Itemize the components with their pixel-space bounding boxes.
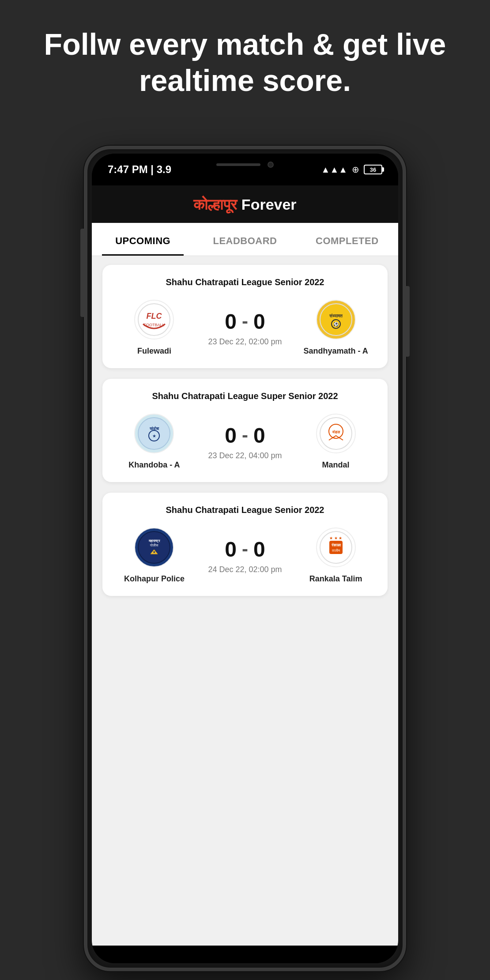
- match-center: 0 - 0 23 Dec 22, 02:00 pm: [196, 309, 294, 347]
- tab-completed[interactable]: COMPLETED: [296, 223, 398, 256]
- home-score: 0: [225, 423, 237, 448]
- away-team: मंडल Mandal: [294, 414, 377, 470]
- match-datetime: 23 Dec 22, 02:00 pm: [208, 337, 282, 347]
- svg-text:मंडल: मंडल: [332, 430, 340, 434]
- home-team: खंडोबा ★ Khandoba - A: [113, 414, 196, 470]
- svg-point-14: [138, 531, 170, 563]
- app-content: कोल्हापूर Forever UPCOMING LEADBOARD COM…: [92, 185, 398, 963]
- away-score: 0: [253, 309, 265, 334]
- match-center: 0 - 0 23 Dec 22, 04:00 pm: [196, 423, 294, 460]
- match-teams: महाराष्ट्र पोलीस ★ Kolhapur Police: [113, 528, 377, 584]
- phone-mockup: 7:47 PM | 3.9 ▲▲▲ ⊕ 36 कोल्हापूर Forever: [84, 146, 406, 971]
- svg-text:संध्यामत: संध्यामत: [329, 313, 343, 318]
- svg-text:★: ★: [152, 433, 156, 438]
- away-team-name: Mandal: [322, 460, 350, 470]
- matches-list: Shahu Chatrapati League Senior 2022 FLC …: [92, 256, 398, 946]
- away-team: संध्यामत ⚽ Sandhyamath - A: [294, 300, 377, 356]
- score-separator: -: [242, 539, 248, 560]
- away-team-name: Sandhyamath - A: [303, 347, 368, 356]
- home-team-logo: खंडोबा ★: [134, 414, 174, 453]
- status-bar: 7:47 PM | 3.9 ▲▲▲ ⊕ 36: [92, 154, 398, 185]
- away-team: रंकाळा तालीम ★ ★ ★ Rankala Talim: [294, 528, 377, 584]
- tab-upcoming[interactable]: UPCOMING: [92, 223, 194, 256]
- score-display: 0 - 0: [225, 537, 265, 562]
- home-team-name: Khandoba - A: [128, 460, 180, 470]
- score-separator: -: [242, 311, 248, 332]
- match-card[interactable]: Shahu Chatrapati League Senior 2022 महार…: [102, 493, 388, 596]
- front-camera: [268, 162, 274, 168]
- home-team: महाराष्ट्र पोलीस ★ Kolhapur Police: [113, 528, 196, 584]
- match-teams: FLC FOOTBALL Fulewadi 0: [113, 300, 377, 356]
- home-score: 0: [225, 537, 237, 562]
- svg-text:★ ★ ★: ★ ★ ★: [329, 536, 342, 540]
- match-card[interactable]: Shahu Chatrapati League Senior 2022 FLC …: [102, 265, 388, 368]
- camera-area: [216, 162, 274, 168]
- status-icons: ▲▲▲ ⊕ 36: [321, 164, 382, 175]
- home-score: 0: [225, 309, 237, 334]
- svg-text:तालीम: तालीम: [332, 549, 340, 553]
- score-display: 0 - 0: [225, 423, 265, 448]
- away-team-logo: रंकाळा तालीम ★ ★ ★: [316, 528, 356, 567]
- match-center: 0 - 0 24 Dec 22, 02:00 pm: [196, 537, 294, 574]
- home-team: FLC FOOTBALL Fulewadi: [113, 300, 196, 356]
- away-score: 0: [253, 537, 265, 562]
- svg-text:रंकाळा: रंकाळा: [331, 543, 341, 547]
- score-display: 0 - 0: [225, 309, 265, 334]
- home-team-name: Kolhapur Police: [124, 574, 185, 584]
- svg-text:FLC: FLC: [147, 312, 162, 320]
- away-team-logo: मंडल: [316, 414, 356, 453]
- match-datetime: 24 Dec 22, 02:00 pm: [208, 565, 282, 574]
- app-header: कोल्हापूर Forever: [92, 185, 398, 223]
- status-time: 7:47 PM | 3.9: [108, 163, 171, 176]
- app-title: कोल्हापूर Forever: [92, 196, 398, 214]
- hero-tagline: Follw every match & get live realtime sc…: [0, 26, 490, 98]
- svg-text:⚽: ⚽: [333, 321, 339, 327]
- tab-leaderboard[interactable]: LEADBOARD: [194, 223, 296, 256]
- match-card[interactable]: Shahu Chatrapati League Super Senior 202…: [102, 379, 388, 482]
- home-team-logo: महाराष्ट्र पोलीस ★: [134, 528, 174, 567]
- phone-shell: 7:47 PM | 3.9 ▲▲▲ ⊕ 36 कोल्हापूर Forever: [84, 146, 406, 971]
- away-score: 0: [253, 423, 265, 448]
- phone-screen: 7:47 PM | 3.9 ▲▲▲ ⊕ 36 कोल्हापूर Forever: [92, 154, 398, 963]
- score-separator: -: [242, 425, 248, 446]
- tabs-bar: UPCOMING LEADBOARD COMPLETED: [92, 223, 398, 256]
- match-league: Shahu Chatrapati League Senior 2022: [113, 505, 377, 515]
- svg-text:महाराष्ट्र: महाराष्ट्र: [148, 539, 160, 543]
- signal-icon: ▲▲▲: [321, 165, 347, 175]
- away-team-name: Rankala Talim: [309, 574, 362, 584]
- match-teams: खंडोबा ★ Khandoba - A 0: [113, 414, 377, 470]
- wifi-icon: ⊕: [352, 164, 359, 175]
- home-team-name: Fulewadi: [137, 347, 171, 356]
- away-team-logo: संध्यामत ⚽: [316, 300, 356, 339]
- battery-icon: 36: [364, 165, 382, 174]
- speaker: [216, 163, 260, 166]
- app-title-english: Forever: [241, 196, 297, 213]
- app-title-marathi: कोल्हापूर: [193, 196, 237, 213]
- svg-text:पोलीस: पोलीस: [150, 543, 158, 547]
- home-team-logo: FLC FOOTBALL: [134, 300, 174, 339]
- match-league: Shahu Chatrapati League Super Senior 202…: [113, 391, 377, 401]
- svg-text:★: ★: [153, 550, 156, 554]
- match-league: Shahu Chatrapati League Senior 2022: [113, 277, 377, 287]
- match-datetime: 23 Dec 22, 04:00 pm: [208, 451, 282, 460]
